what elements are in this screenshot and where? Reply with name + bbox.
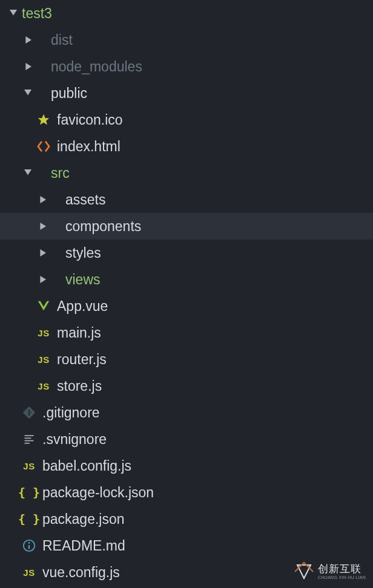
tree-file-index-html[interactable]: index.html (0, 133, 373, 160)
json-icon: { } (22, 512, 36, 526)
svg-marker-5 (24, 169, 31, 175)
tree-folder-node-modules[interactable]: node_modules (0, 53, 373, 80)
info-icon (22, 538, 36, 553)
folder-label: assets (65, 192, 105, 208)
chevron-down-icon (22, 167, 34, 179)
file-label: package.json (42, 511, 125, 528)
watermark: 创新互联 CHUANG XIN HU LIAN (294, 561, 366, 582)
tree-file-app-vue[interactable]: App.vue (0, 293, 373, 319)
tree-file-favicon[interactable]: favicon.ico (0, 106, 373, 133)
watermark-logo-icon (294, 561, 314, 582)
chevron-right-icon (22, 60, 34, 73)
file-label: babel.config.js (42, 458, 131, 474)
js-icon: JS (36, 352, 51, 367)
folder-label: test3 (22, 5, 52, 22)
watermark-text-en: CHUANG XIN HU LIAN (318, 575, 366, 580)
js-icon: JS (22, 459, 36, 473)
watermark-text-cn: 创新互联 (318, 564, 366, 574)
tree-folder-assets[interactable]: assets (0, 186, 373, 213)
star-icon (36, 113, 51, 127)
tree-file-babel-config[interactable]: JS babel.config.js (0, 452, 373, 479)
file-label: .svnignore (42, 431, 107, 448)
folder-label: styles (65, 245, 101, 261)
chevron-down-icon (7, 7, 19, 19)
file-label: package-lock.json (42, 485, 154, 501)
tree-file-readme[interactable]: README.md (0, 532, 373, 559)
chevron-down-icon (22, 87, 34, 99)
folder-label: node_modules (51, 59, 142, 75)
text-lines-icon (22, 432, 36, 446)
tree-folder-src[interactable]: src (0, 160, 373, 186)
file-label: router.js (57, 351, 107, 368)
svg-marker-3 (24, 90, 31, 96)
tree-file-package-json[interactable]: { } package.json (0, 506, 373, 532)
html-icon (36, 139, 51, 154)
folder-label: src (51, 165, 70, 181)
js-icon: JS (36, 379, 51, 393)
file-label: store.js (57, 378, 102, 394)
chevron-right-icon (36, 273, 48, 286)
svg-marker-9 (40, 276, 46, 283)
tree-file-main-js[interactable]: JS main.js (0, 319, 373, 346)
tree-file-package-lock[interactable]: { } package-lock.json (0, 479, 373, 506)
svg-marker-2 (25, 63, 31, 70)
file-label: .gitignore (42, 405, 100, 421)
tree-folder-dist[interactable]: dist (0, 27, 373, 53)
tree-file-store-js[interactable]: JS store.js (0, 373, 373, 399)
tree-folder-styles[interactable]: styles (0, 240, 373, 266)
svg-point-21 (28, 542, 30, 544)
js-icon: JS (22, 565, 36, 580)
file-label: main.js (57, 325, 101, 341)
chevron-right-icon (36, 220, 48, 232)
tree-folder-root[interactable]: test3 (0, 0, 373, 27)
git-icon (22, 405, 36, 420)
tree-folder-components[interactable]: components (0, 213, 373, 240)
svg-marker-0 (10, 10, 17, 16)
svg-marker-7 (40, 223, 46, 230)
tree-file-svnignore[interactable]: .svnignore (0, 426, 373, 452)
svg-marker-1 (25, 36, 31, 44)
json-icon: { } (22, 485, 36, 500)
tree-file-gitignore[interactable]: .gitignore (0, 399, 373, 426)
file-tree: test3 dist node_modules public favicon.i… (0, 0, 373, 586)
svg-marker-10 (38, 301, 49, 311)
tree-file-router-js[interactable]: JS router.js (0, 346, 373, 373)
file-label: README.md (42, 538, 125, 554)
svg-marker-6 (40, 196, 46, 203)
chevron-right-icon (36, 194, 48, 206)
file-label: App.vue (57, 298, 108, 315)
tree-folder-views[interactable]: views (0, 266, 373, 293)
file-label: favicon.ico (57, 112, 123, 128)
folder-label: views (65, 272, 101, 288)
folder-label: components (65, 218, 141, 235)
folder-label: public (51, 85, 87, 102)
chevron-right-icon (36, 247, 48, 259)
file-label: vue.config.js (42, 564, 120, 581)
svg-marker-4 (38, 114, 49, 125)
svg-marker-8 (40, 249, 46, 256)
tree-folder-public[interactable]: public (0, 80, 373, 106)
folder-label: dist (51, 32, 73, 48)
file-label: index.html (57, 139, 120, 155)
js-icon: JS (36, 325, 51, 340)
vue-icon (36, 299, 51, 313)
chevron-right-icon (22, 34, 34, 46)
